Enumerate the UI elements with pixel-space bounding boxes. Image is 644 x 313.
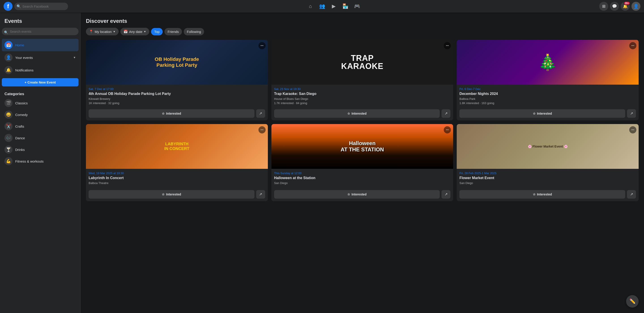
create-event-button[interactable]: + Create New Event — [2, 78, 78, 86]
event-venue-5: San Diego — [274, 181, 451, 185]
search-icon: 🔍 — [16, 4, 21, 9]
share-button-2[interactable]: ↗ — [442, 109, 450, 118]
sidebar-search-icon: 🔍 — [4, 31, 8, 35]
comedy-icon: 😄 — [4, 111, 12, 119]
event-more-button-5[interactable]: ··· — [444, 126, 451, 133]
facebook-logo[interactable]: f — [4, 2, 12, 11]
interested-button-3[interactable]: ☆ Interested — [460, 109, 625, 118]
event-image-6: 🌸 Flower Market Event 🌸 ··· — [457, 124, 639, 169]
category-comedy-label: Comedy — [15, 113, 28, 117]
star-icon-1: ☆ — [162, 112, 165, 115]
share-icon-2: ↗ — [444, 111, 448, 116]
event-name-3: December Nights 2024 — [460, 92, 636, 96]
event-venue-2: House of Blues San Diego — [274, 97, 451, 101]
event-more-button-3[interactable]: ··· — [629, 42, 636, 49]
grid-menu-button[interactable]: ⊞ — [599, 2, 608, 11]
event-more-button-2[interactable]: ··· — [444, 42, 451, 49]
event-venue-6: San Diego — [460, 181, 636, 185]
interested-button-2[interactable]: ☆ Interested — [274, 109, 440, 118]
event-actions-2: ☆ Interested ↗ — [272, 108, 453, 120]
top-navigation: f 🔍 ⌂ 👥 ▶ 🏪 🎮 ⊞ 💬 🔔 20+ 👤 — [0, 0, 644, 13]
drinks-icon: 🍸 — [4, 146, 12, 154]
event-venue-3: Balboa Park — [460, 97, 636, 101]
notification-badge: 20+ — [624, 1, 630, 5]
edit-float-button[interactable]: ✏️ — [626, 295, 639, 308]
event-actions-6: ☆ Interested ↗ — [457, 188, 639, 201]
share-icon-6: ↗ — [630, 192, 633, 196]
event-name-6: Flower Market Event — [460, 176, 636, 180]
user-avatar[interactable]: 👤 — [632, 2, 640, 11]
category-fitness[interactable]: 💪 Fitness & workouts — [2, 155, 78, 167]
event-card-2: TRAPKARAOKE ··· Sat, 23 Nov at 19:30 Tra… — [272, 40, 453, 120]
top-filter-label: Top — [154, 30, 160, 34]
star-icon-2: ☆ — [347, 112, 350, 115]
following-filter-label: Following — [187, 30, 201, 34]
share-button-6[interactable]: ↗ — [627, 190, 636, 199]
page-layout: Events 🔍 📅 Home 👤 Your events ▼ 🔔 Notifi… — [0, 13, 644, 313]
labyrinth-visual-text: LABYRINTHIN CONCERT — [164, 142, 189, 151]
event-stats-2: 1.7K interested · 84 going — [274, 101, 451, 105]
interested-button-6[interactable]: ☆ Interested — [460, 190, 625, 199]
category-crafts[interactable]: ✂️ Crafts — [2, 120, 78, 132]
event-body-3: Fri, 6 Dec-7 Dec December Nights 2024 Ba… — [457, 85, 639, 108]
category-comedy[interactable]: 😄 Comedy — [2, 109, 78, 120]
halloween-visual-text: HalloweenAT THE STATION — [340, 140, 384, 153]
star-icon-3: ☆ — [533, 112, 536, 115]
event-more-button-4[interactable]: ··· — [258, 126, 266, 133]
your-events-sidebar-icon: 👤 — [4, 54, 12, 62]
marketplace-nav-icon[interactable]: 🏪 — [340, 1, 351, 12]
category-drinks[interactable]: 🍸 Drinks — [2, 144, 78, 155]
home-nav-icon[interactable]: ⌂ — [305, 1, 316, 12]
friends-nav-icon[interactable]: 👥 — [317, 1, 327, 12]
event-venue-1: Kilowatt Brewery — [88, 97, 265, 101]
event-card-5: HalloweenAT THE STATION ··· This Sunday … — [272, 124, 453, 201]
messenger-button[interactable]: 💬 — [610, 2, 619, 11]
event-image-1: OB Holiday ParadeParking Lot Party ··· — [86, 40, 268, 85]
your-events-chevron-icon: ▼ — [73, 56, 76, 59]
friends-filter[interactable]: Friends — [164, 28, 182, 35]
event-name-5: Halloween at the Station — [274, 176, 451, 180]
interested-button-4[interactable]: ☆ Interested — [88, 190, 254, 199]
discover-title: Discover events — [86, 18, 639, 24]
sidebar-your-events-label: Your events — [15, 56, 33, 60]
share-button-4[interactable]: ↗ — [256, 190, 265, 199]
interested-button-1[interactable]: ☆ Interested — [88, 109, 254, 118]
gaming-nav-icon[interactable]: 🎮 — [352, 1, 362, 12]
event-card-4: LABYRINTHIN CONCERT ··· Wed, 19 Mar 2025… — [86, 124, 268, 201]
event-date-3: Fri, 6 Dec-7 Dec — [460, 87, 636, 91]
event-more-button-6[interactable]: ··· — [629, 126, 636, 133]
sidebar-search-input[interactable] — [2, 28, 78, 35]
following-filter[interactable]: Following — [184, 28, 204, 35]
star-icon-6: ☆ — [533, 193, 536, 196]
category-classics[interactable]: 🎬 Classics — [2, 97, 78, 109]
date-filter-label: Any date — [129, 30, 142, 34]
event-image-2: TRAPKARAOKE ··· — [272, 40, 453, 85]
event-date-5: This Sunday at 12:00 — [274, 171, 451, 175]
location-filter[interactable]: 📍 My location ▼ — [86, 28, 118, 35]
category-crafts-label: Crafts — [15, 125, 24, 128]
notifications-sidebar-icon: 🔔 — [4, 66, 12, 74]
watch-nav-icon[interactable]: ▶ — [328, 1, 339, 12]
sidebar-item-your-events[interactable]: 👤 Your events ▼ — [2, 51, 78, 64]
event-venue-4: Balboa Theatre — [88, 181, 265, 185]
search-input[interactable] — [14, 3, 68, 10]
share-icon-5: ↗ — [444, 192, 448, 196]
interested-button-5[interactable]: ☆ Interested — [274, 190, 440, 199]
events-grid: OB Holiday ParadeParking Lot Party ··· S… — [86, 40, 639, 201]
event-card-1: OB Holiday ParadeParking Lot Party ··· S… — [86, 40, 268, 120]
sidebar-item-notifications[interactable]: 🔔 Notifications — [2, 64, 78, 76]
share-button-5[interactable]: ↗ — [442, 190, 450, 199]
notifications-button[interactable]: 🔔 20+ — [621, 2, 630, 11]
top-filter[interactable]: Top — [151, 28, 163, 35]
event-actions-1: ☆ Interested ↗ — [86, 108, 268, 120]
trap-karaoke-text: TRAPKARAOKE — [341, 54, 383, 70]
share-button-1[interactable]: ↗ — [256, 109, 265, 118]
friends-filter-label: Friends — [168, 30, 179, 34]
date-filter[interactable]: 📅 Any date ▼ — [120, 28, 149, 35]
filter-bar: 📍 My location ▼ 📅 Any date ▼ Top Friends… — [86, 28, 639, 35]
event-more-button-1[interactable]: ··· — [258, 42, 266, 49]
sidebar-item-home[interactable]: 📅 Home — [2, 39, 78, 51]
category-dance[interactable]: 🎶 Dance — [2, 132, 78, 144]
share-button-3[interactable]: ↗ — [627, 109, 636, 118]
event-card-3: 🎄 ··· Fri, 6 Dec-7 Dec December Nights 2… — [457, 40, 639, 120]
